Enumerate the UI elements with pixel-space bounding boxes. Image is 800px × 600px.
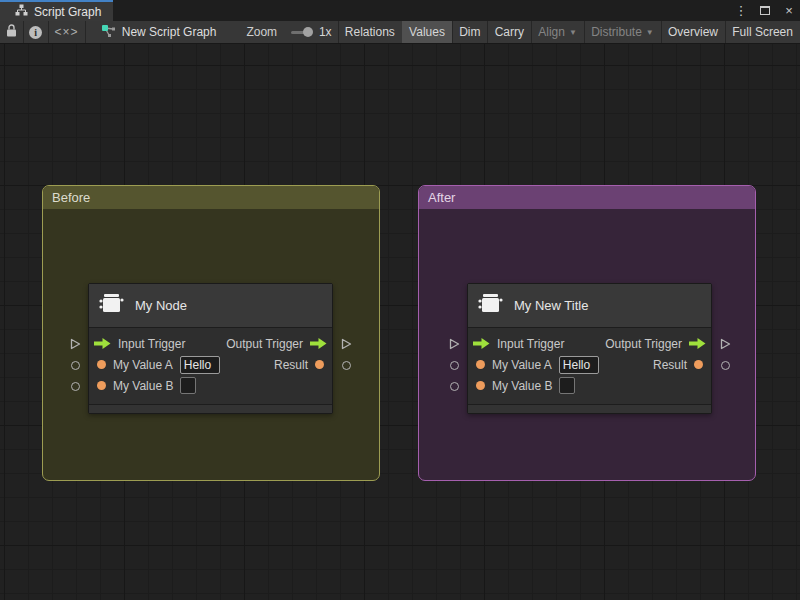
graph-hierarchy-icon [15,4,28,19]
tab-script-graph[interactable]: Script Graph [0,0,113,21]
output-trigger-label: Output Trigger [605,337,682,351]
value-port-icon[interactable] [476,360,485,369]
relations-toggle[interactable]: Relations [338,21,402,43]
external-flow-out-port[interactable] [340,338,352,350]
result-port-icon[interactable] [315,360,324,369]
graph-node-icon [101,24,116,41]
zoom-slider-knob[interactable] [303,27,313,37]
flow-in-arrow-icon[interactable] [473,338,490,349]
flow-out-arrow-icon[interactable] [310,338,327,349]
external-flow-out-port[interactable] [719,338,731,350]
group-before-header[interactable]: Before [43,186,379,209]
zoom-value: 1x [319,25,332,39]
carry-toggle[interactable]: Carry [488,21,531,43]
zoom-label: Zoom [246,25,277,39]
result-port-icon[interactable] [694,360,703,369]
zoom-slider[interactable] [291,31,311,34]
node-header[interactable]: My New Title [468,284,711,328]
external-value-port[interactable] [448,359,460,371]
dim-toggle[interactable]: Dim [452,21,487,43]
align-dropdown: Align ▼ [531,21,584,43]
node-body: Input Trigger Output Trigger My Value A … [89,328,332,396]
flow-out-arrow-icon[interactable] [689,338,706,349]
value-a-row: My Value A Result [89,354,332,375]
node-title: My New Title [514,298,588,313]
value-b-row: My Value B [89,375,332,396]
external-value-port[interactable] [69,359,81,371]
toolbar: i <×> New Script Graph Zoom 1x [0,21,800,44]
unit-icon [478,292,503,319]
input-trigger-label: Input Trigger [118,337,185,351]
lock-icon [6,24,17,40]
value-a-row: My Value A Result [468,354,711,375]
graph-asset-name: New Script Graph [122,25,217,39]
value-b-input[interactable] [559,377,575,394]
align-label: Align [538,25,565,39]
node-footer [89,404,332,413]
flow-in-arrow-icon[interactable] [94,338,111,349]
external-result-port[interactable] [719,359,731,371]
window-controls: ⋮ × [734,0,796,21]
external-flow-in-port[interactable] [69,338,81,350]
trigger-row: Input Trigger Output Trigger [89,333,332,354]
value-b-input[interactable] [180,377,196,394]
value-a-input[interactable] [180,356,220,374]
value-b-label: My Value B [113,379,173,393]
unit-icon [99,292,124,319]
chevron-down-icon: ▼ [569,28,577,37]
input-trigger-label: Input Trigger [497,337,564,351]
node-footer [468,404,711,413]
result-label: Result [274,358,308,372]
value-port-icon[interactable] [97,381,106,390]
value-b-row: My Value B [468,375,711,396]
group-after-header[interactable]: After [419,186,755,209]
node-title: My Node [135,298,187,313]
distribute-dropdown: Distribute ▼ [584,21,661,43]
distribute-label: Distribute [591,25,642,39]
value-port-icon[interactable] [476,381,485,390]
value-a-label: My Value A [492,358,552,372]
chevron-down-icon: ▼ [646,28,654,37]
overview-button[interactable]: Overview [661,21,725,43]
titlebar: Script Graph ⋮ × [0,0,800,21]
node-header[interactable]: My Node [89,284,332,328]
node-my-new-title[interactable]: My New Title Input Trigger Output Trigge… [467,283,712,414]
tab-label: Script Graph [34,5,101,19]
fullscreen-button[interactable]: Full Screen [725,21,800,43]
maximize-icon[interactable] [758,3,772,18]
result-label: Result [653,358,687,372]
value-a-label: My Value A [113,358,173,372]
value-port-icon[interactable] [97,360,106,369]
info-icon: i [29,26,42,39]
close-icon[interactable]: × [782,3,796,18]
graph-canvas[interactable]: Before After My Nod [0,44,800,600]
output-trigger-label: Output Trigger [226,337,303,351]
empty-reference-button[interactable]: <×> [48,21,84,43]
group-after-label: After [428,190,455,205]
graph-asset-button[interactable]: New Script Graph [95,21,223,43]
value-a-input[interactable] [559,356,599,374]
info-button[interactable]: i [23,21,48,43]
values-toggle[interactable]: Values [402,21,452,43]
script-graph-window: Script Graph ⋮ × i <×> [0,0,800,600]
group-before-label: Before [52,190,90,205]
node-my-node[interactable]: My Node Input Trigger Output Trigger [88,283,333,414]
external-result-port[interactable] [340,359,352,371]
node-body: Input Trigger Output Trigger My Value A … [468,328,711,396]
empty-reference-label: <×> [54,25,78,39]
external-flow-in-port[interactable] [448,338,460,350]
menu-dots-icon[interactable]: ⋮ [734,3,748,18]
trigger-row: Input Trigger Output Trigger [468,333,711,354]
lock-button[interactable] [0,21,23,43]
external-value-port[interactable] [69,380,81,392]
external-value-port[interactable] [448,380,460,392]
value-b-label: My Value B [492,379,552,393]
